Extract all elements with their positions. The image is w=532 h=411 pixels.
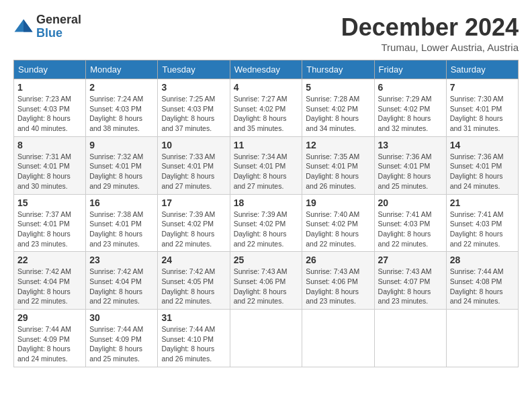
- calendar-cell: [302, 310, 374, 367]
- day-number: 11: [234, 140, 299, 150]
- page-header: General Blue December 2024 Trumau, Lower…: [13, 13, 519, 53]
- calendar-cell: 7Sunrise: 7:30 AMSunset: 4:01 PMDaylight…: [446, 79, 518, 137]
- day-info: Sunrise: 7:30 AMSunset: 4:01 PMDaylight:…: [450, 94, 515, 134]
- day-number: 17: [161, 197, 226, 208]
- calendar-cell: 20Sunrise: 7:41 AMSunset: 4:03 PMDayligh…: [374, 194, 446, 252]
- day-info: Sunrise: 7:34 AMSunset: 4:01 PMDaylight:…: [234, 152, 299, 191]
- day-number: 31: [161, 312, 226, 323]
- calendar-cell: 3Sunrise: 7:25 AMSunset: 4:03 PMDaylight…: [158, 79, 230, 137]
- day-number: 23: [89, 255, 154, 265]
- day-info: Sunrise: 7:40 AMSunset: 4:02 PMDaylight:…: [306, 210, 370, 249]
- calendar-header-monday: Monday: [86, 60, 158, 79]
- day-number: 16: [89, 197, 154, 208]
- calendar-cell: 30Sunrise: 7:44 AMSunset: 4:09 PMDayligh…: [86, 310, 158, 367]
- calendar-header-tuesday: Tuesday: [158, 60, 230, 79]
- day-number: 20: [378, 197, 443, 208]
- day-number: 15: [17, 197, 82, 208]
- day-info: Sunrise: 7:33 AMSunset: 4:01 PMDaylight:…: [161, 152, 226, 191]
- calendar-cell: 23Sunrise: 7:42 AMSunset: 4:04 PMDayligh…: [86, 252, 158, 310]
- calendar-week-4: 22Sunrise: 7:42 AMSunset: 4:04 PMDayligh…: [14, 252, 519, 310]
- logo-text: General Blue: [36, 13, 81, 40]
- day-info: Sunrise: 7:27 AMSunset: 4:02 PMDaylight:…: [234, 94, 299, 134]
- calendar-cell: 17Sunrise: 7:39 AMSunset: 4:02 PMDayligh…: [158, 194, 230, 252]
- calendar-cell: [446, 310, 518, 367]
- day-number: 4: [234, 82, 299, 93]
- day-number: 29: [17, 312, 82, 323]
- calendar-header-sunday: Sunday: [14, 60, 86, 79]
- day-number: 30: [89, 312, 154, 323]
- day-number: 27: [378, 255, 443, 265]
- calendar-cell: 8Sunrise: 7:31 AMSunset: 4:01 PMDaylight…: [14, 136, 86, 194]
- day-number: 7: [450, 82, 515, 93]
- day-info: Sunrise: 7:39 AMSunset: 4:02 PMDaylight:…: [161, 210, 226, 249]
- calendar-cell: 24Sunrise: 7:42 AMSunset: 4:05 PMDayligh…: [158, 252, 230, 310]
- day-info: Sunrise: 7:36 AMSunset: 4:01 PMDaylight:…: [450, 152, 515, 191]
- calendar-table: SundayMondayTuesdayWednesdayThursdayFrid…: [13, 60, 519, 367]
- day-number: 1: [17, 82, 82, 93]
- day-info: Sunrise: 7:31 AMSunset: 4:01 PMDaylight:…: [17, 152, 82, 191]
- day-number: 5: [306, 82, 370, 93]
- day-info: Sunrise: 7:35 AMSunset: 4:01 PMDaylight:…: [306, 152, 370, 191]
- calendar-cell: 5Sunrise: 7:28 AMSunset: 4:02 PMDaylight…: [302, 79, 374, 137]
- calendar-body: 1Sunrise: 7:23 AMSunset: 4:03 PMDaylight…: [14, 79, 519, 367]
- svg-marker-1: [24, 19, 33, 32]
- day-info: Sunrise: 7:41 AMSunset: 4:03 PMDaylight:…: [450, 210, 515, 249]
- day-info: Sunrise: 7:42 AMSunset: 4:04 PMDaylight:…: [89, 267, 154, 306]
- calendar-cell: 31Sunrise: 7:44 AMSunset: 4:10 PMDayligh…: [158, 310, 230, 367]
- month-title: December 2024: [341, 13, 519, 42]
- calendar-week-5: 29Sunrise: 7:44 AMSunset: 4:09 PMDayligh…: [14, 310, 519, 367]
- day-number: 9: [89, 140, 154, 150]
- calendar-cell: 15Sunrise: 7:37 AMSunset: 4:01 PMDayligh…: [14, 194, 86, 252]
- calendar-cell: 21Sunrise: 7:41 AMSunset: 4:03 PMDayligh…: [446, 194, 518, 252]
- day-info: Sunrise: 7:24 AMSunset: 4:03 PMDaylight:…: [89, 94, 154, 134]
- day-number: 13: [378, 140, 443, 150]
- calendar-header-thursday: Thursday: [302, 60, 374, 79]
- day-number: 12: [306, 140, 370, 150]
- calendar-cell: 13Sunrise: 7:36 AMSunset: 4:01 PMDayligh…: [374, 136, 446, 194]
- logo-blue: Blue: [36, 27, 81, 40]
- logo-icon: [13, 17, 34, 37]
- day-info: Sunrise: 7:38 AMSunset: 4:01 PMDaylight:…: [89, 210, 154, 249]
- calendar-week-2: 8Sunrise: 7:31 AMSunset: 4:01 PMDaylight…: [14, 136, 519, 194]
- calendar-cell: 18Sunrise: 7:39 AMSunset: 4:02 PMDayligh…: [230, 194, 302, 252]
- day-number: 24: [161, 255, 226, 265]
- day-number: 18: [234, 197, 299, 208]
- day-number: 19: [306, 197, 370, 208]
- day-info: Sunrise: 7:43 AMSunset: 4:06 PMDaylight:…: [234, 267, 299, 306]
- logo: General Blue: [13, 13, 81, 40]
- day-info: Sunrise: 7:29 AMSunset: 4:02 PMDaylight:…: [378, 94, 443, 134]
- calendar-header-row: SundayMondayTuesdayWednesdayThursdayFrid…: [14, 60, 519, 79]
- day-number: 26: [306, 255, 370, 265]
- calendar-cell: 1Sunrise: 7:23 AMSunset: 4:03 PMDaylight…: [14, 79, 86, 137]
- day-number: 3: [161, 82, 226, 93]
- calendar-cell: 11Sunrise: 7:34 AMSunset: 4:01 PMDayligh…: [230, 136, 302, 194]
- day-info: Sunrise: 7:42 AMSunset: 4:05 PMDaylight:…: [161, 267, 226, 306]
- day-info: Sunrise: 7:39 AMSunset: 4:02 PMDaylight:…: [234, 210, 299, 249]
- calendar-cell: 29Sunrise: 7:44 AMSunset: 4:09 PMDayligh…: [14, 310, 86, 367]
- day-number: 25: [234, 255, 299, 265]
- calendar-cell: 6Sunrise: 7:29 AMSunset: 4:02 PMDaylight…: [374, 79, 446, 137]
- day-number: 8: [17, 140, 82, 150]
- day-info: Sunrise: 7:28 AMSunset: 4:02 PMDaylight:…: [306, 94, 370, 134]
- day-info: Sunrise: 7:44 AMSunset: 4:09 PMDaylight:…: [89, 324, 154, 364]
- calendar-cell: 4Sunrise: 7:27 AMSunset: 4:02 PMDaylight…: [230, 79, 302, 137]
- calendar-cell: 9Sunrise: 7:32 AMSunset: 4:01 PMDaylight…: [86, 136, 158, 194]
- day-number: 6: [378, 82, 443, 93]
- location-title: Trumau, Lower Austria, Austria: [341, 42, 519, 53]
- day-info: Sunrise: 7:44 AMSunset: 4:08 PMDaylight:…: [450, 267, 515, 306]
- day-number: 10: [161, 140, 226, 150]
- calendar-cell: 14Sunrise: 7:36 AMSunset: 4:01 PMDayligh…: [446, 136, 518, 194]
- day-info: Sunrise: 7:42 AMSunset: 4:04 PMDaylight:…: [17, 267, 82, 306]
- day-info: Sunrise: 7:44 AMSunset: 4:10 PMDaylight:…: [161, 324, 226, 364]
- logo-general: General: [36, 13, 81, 27]
- title-block: December 2024 Trumau, Lower Austria, Aus…: [341, 13, 519, 53]
- calendar-week-1: 1Sunrise: 7:23 AMSunset: 4:03 PMDaylight…: [14, 79, 519, 137]
- calendar-cell: 2Sunrise: 7:24 AMSunset: 4:03 PMDaylight…: [86, 79, 158, 137]
- calendar-week-3: 15Sunrise: 7:37 AMSunset: 4:01 PMDayligh…: [14, 194, 519, 252]
- day-number: 22: [17, 255, 82, 265]
- day-info: Sunrise: 7:41 AMSunset: 4:03 PMDaylight:…: [378, 210, 443, 249]
- calendar-cell: 16Sunrise: 7:38 AMSunset: 4:01 PMDayligh…: [86, 194, 158, 252]
- calendar-cell: 10Sunrise: 7:33 AMSunset: 4:01 PMDayligh…: [158, 136, 230, 194]
- day-info: Sunrise: 7:43 AMSunset: 4:06 PMDaylight:…: [306, 267, 370, 306]
- calendar-header-friday: Friday: [374, 60, 446, 79]
